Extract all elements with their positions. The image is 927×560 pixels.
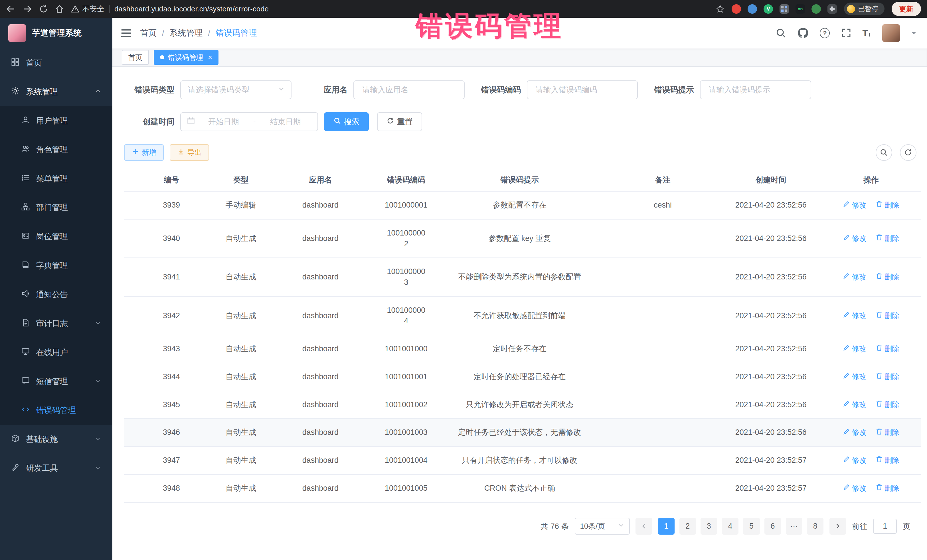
tab-error-code[interactable]: 错误码管理 bbox=[154, 50, 219, 65]
edit-link[interactable]: 修改 bbox=[843, 344, 866, 354]
tab-close-icon[interactable] bbox=[208, 54, 212, 61]
browser-back-icon[interactable] bbox=[6, 5, 15, 13]
delete-link[interactable]: 删除 bbox=[876, 399, 899, 410]
edit-link[interactable]: 修改 bbox=[843, 233, 866, 243]
paused-badge[interactable]: 已暂停 bbox=[844, 3, 884, 15]
cell-time: 2021-04-20 23:52:56 bbox=[721, 191, 821, 219]
breadcrumb-system[interactable]: 系统管理 bbox=[170, 27, 203, 39]
app-name-input[interactable] bbox=[361, 85, 457, 95]
sidebar-toggle-icon[interactable] bbox=[121, 29, 131, 37]
pager-page-3[interactable]: 3 bbox=[701, 518, 717, 534]
extension-blue-icon[interactable] bbox=[748, 4, 757, 14]
font-size-icon[interactable] bbox=[862, 29, 871, 38]
browser-refresh-icon[interactable] bbox=[39, 5, 48, 14]
security-warning-icon[interactable]: 不安全 bbox=[71, 4, 104, 14]
reset-button[interactable]: 重置 bbox=[377, 112, 422, 131]
error-code-input[interactable] bbox=[535, 85, 631, 95]
delete-link[interactable]: 删除 bbox=[876, 200, 899, 210]
browser-forward-icon[interactable] bbox=[23, 5, 32, 13]
delete-link[interactable]: 删除 bbox=[876, 483, 899, 493]
cell-msg: 定时任务不存在 bbox=[435, 335, 605, 363]
sidebar-item-users[interactable]: 用户管理 bbox=[0, 106, 112, 135]
search-button[interactable]: 搜索 bbox=[324, 112, 369, 131]
pager-more[interactable]: ··· bbox=[786, 518, 802, 534]
sidebar-item-home[interactable]: 首页 bbox=[0, 49, 112, 77]
sidebar-item-sms[interactable]: 短信管理 bbox=[0, 367, 112, 396]
github-icon[interactable] bbox=[797, 27, 808, 38]
browser-home-icon[interactable] bbox=[55, 5, 64, 14]
sidebar-item-roles[interactable]: 角色管理 bbox=[0, 135, 112, 164]
url-text[interactable]: dashboard.yudao.iocoder.cn/system/error-… bbox=[114, 5, 269, 13]
sidebar-item-error-code[interactable]: 错误码管理 bbox=[0, 396, 112, 425]
sidebar-item-menus[interactable]: 菜单管理 bbox=[0, 164, 112, 193]
extension-on-badge-icon[interactable]: on bbox=[795, 4, 805, 14]
sidebar-item-dictionary[interactable]: 字典管理 bbox=[0, 251, 112, 280]
sidebar: 芋道管理系统 首页 系统管理 用户管理 bbox=[0, 18, 112, 560]
address-bar[interactable]: 不安全 dashboard.yudao.iocoder.cn/system/er… bbox=[71, 4, 709, 14]
fullscreen-icon[interactable] bbox=[841, 28, 851, 38]
pager-page-2[interactable]: 2 bbox=[679, 518, 696, 534]
table-row: 3946 自动生成 dashboard 1001001003 定时任务已经处于该… bbox=[124, 419, 921, 447]
cell-type: 自动生成 bbox=[219, 447, 263, 474]
cell-code: 1001001004 bbox=[378, 447, 435, 474]
pager-page-6[interactable]: 6 bbox=[764, 518, 781, 534]
page-jump-input[interactable] bbox=[873, 519, 897, 534]
cell-code: 100100000 2 bbox=[378, 220, 435, 258]
sidebar-item-dev-tools[interactable]: 研发工具 bbox=[0, 454, 112, 483]
delete-link[interactable]: 删除 bbox=[876, 455, 899, 465]
delete-link[interactable]: 删除 bbox=[876, 344, 899, 354]
extension-grid-icon[interactable] bbox=[780, 4, 789, 14]
edit-link[interactable]: 修改 bbox=[843, 311, 866, 321]
pager-page-1[interactable]: 1 bbox=[658, 518, 675, 534]
pager-page-4[interactable]: 4 bbox=[722, 518, 739, 534]
sidebar-item-departments[interactable]: 部门管理 bbox=[0, 193, 112, 222]
error-msg-input[interactable] bbox=[708, 85, 804, 95]
avatar-caret-icon[interactable] bbox=[911, 32, 916, 37]
delete-link[interactable]: 删除 bbox=[876, 372, 899, 382]
delete-link[interactable]: 删除 bbox=[876, 272, 899, 282]
search-icon[interactable] bbox=[775, 28, 786, 38]
extension-adblock-icon[interactable] bbox=[732, 4, 741, 14]
extension-green-v-icon[interactable]: V bbox=[764, 4, 773, 14]
edit-link[interactable]: 修改 bbox=[843, 427, 866, 437]
cell-actions: 修改 删除 bbox=[821, 363, 921, 391]
pager-prev-button[interactable] bbox=[635, 518, 652, 534]
sidebar-item-audit-log[interactable]: 审计日志 bbox=[0, 309, 112, 338]
edit-link[interactable]: 修改 bbox=[843, 372, 866, 382]
page-size-select[interactable]: 10条/页 bbox=[575, 518, 630, 534]
refresh-table-button[interactable] bbox=[900, 144, 916, 161]
app-logo[interactable]: 芋道管理系统 bbox=[0, 18, 112, 49]
pager-next-button[interactable] bbox=[830, 518, 846, 534]
extension-puzzle-icon[interactable] bbox=[827, 4, 837, 14]
sidebar-item-notices[interactable]: 通知公告 bbox=[0, 280, 112, 309]
cell-id: 3939 bbox=[124, 191, 219, 219]
sidebar-item-online-users[interactable]: 在线用户 bbox=[0, 338, 112, 367]
export-button[interactable]: 导出 bbox=[170, 144, 209, 161]
delete-link[interactable]: 删除 bbox=[876, 427, 899, 437]
sidebar-item-infrastructure[interactable]: 基础设施 bbox=[0, 425, 112, 454]
breadcrumb-home[interactable]: 首页 bbox=[140, 27, 157, 39]
pager-page-5[interactable]: 5 bbox=[743, 518, 760, 534]
help-icon[interactable] bbox=[820, 28, 830, 38]
toggle-search-button[interactable] bbox=[876, 144, 892, 161]
browser-update-button[interactable]: 更新 bbox=[892, 2, 921, 16]
delete-link[interactable]: 删除 bbox=[876, 233, 899, 243]
edit-link[interactable]: 修改 bbox=[843, 455, 866, 465]
date-range-picker[interactable]: 开始日期 - 结束日期 bbox=[180, 112, 318, 131]
sidebar-item-positions[interactable]: 岗位管理 bbox=[0, 222, 112, 251]
delete-link[interactable]: 删除 bbox=[876, 311, 899, 321]
bookmark-star-icon[interactable] bbox=[716, 5, 725, 14]
edit-link[interactable]: 修改 bbox=[843, 200, 866, 210]
breadcrumb-current[interactable]: 错误码管理 bbox=[216, 27, 257, 39]
user-avatar[interactable] bbox=[882, 24, 900, 42]
edit-link[interactable]: 修改 bbox=[843, 483, 866, 493]
error-type-select[interactable]: 请选择错误码类型 bbox=[180, 80, 292, 99]
sidebar-item-system[interactable]: 系统管理 bbox=[0, 77, 112, 106]
pager-page-8[interactable]: 8 bbox=[807, 518, 824, 534]
add-button[interactable]: 新增 bbox=[124, 144, 164, 161]
tab-home[interactable]: 首页 bbox=[122, 50, 149, 65]
edit-link[interactable]: 修改 bbox=[843, 272, 866, 282]
extension-paw-icon[interactable] bbox=[812, 4, 821, 14]
edit-link[interactable]: 修改 bbox=[843, 399, 866, 410]
cell-code: 1001001005 bbox=[378, 475, 435, 502]
